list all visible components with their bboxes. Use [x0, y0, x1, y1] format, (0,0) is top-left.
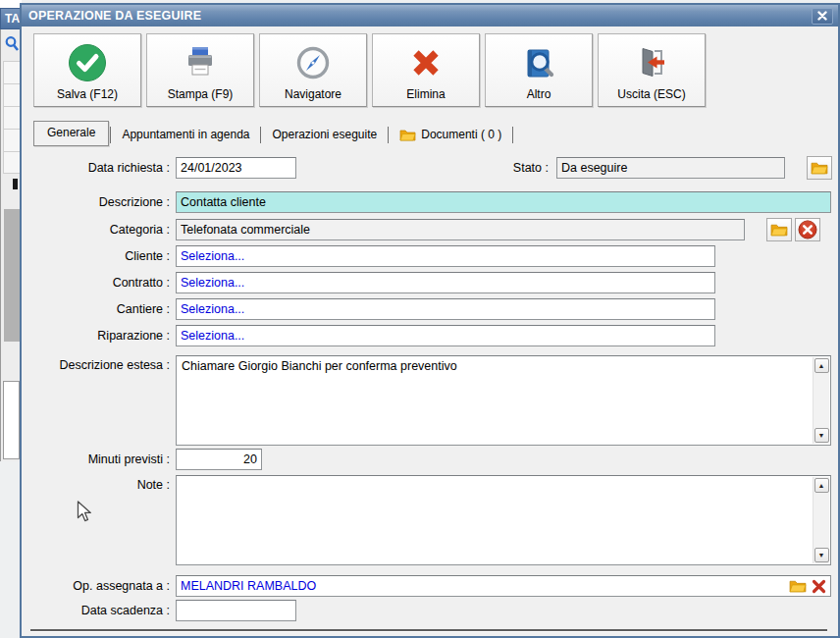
navigator-button-label: Navigatore	[285, 87, 341, 101]
contratto-label: Contratto :	[22, 276, 176, 290]
stato-label: Stato :	[296, 161, 556, 175]
tab-strip: Generale Appuntamenti in agenda Operazio…	[33, 123, 514, 146]
folder-icon[interactable]	[789, 579, 807, 593]
folder-icon	[811, 161, 828, 175]
save-check-icon	[68, 43, 107, 82]
book-magnifier-icon	[519, 43, 558, 82]
red-circle-x-icon	[798, 220, 817, 239]
exit-door-icon	[632, 43, 671, 82]
data-richiesta-input[interactable]	[176, 157, 296, 179]
row-data-richiesta: Data richiesta : Stato :	[22, 157, 832, 179]
screen: TA OPERAZIONE DA ESEGUIRE	[0, 0, 840, 638]
descrizione-input[interactable]	[176, 191, 831, 213]
delete-x-icon	[406, 43, 446, 82]
row-categoria: Categoria :	[22, 219, 820, 240]
other-button-label: Altro	[527, 87, 551, 101]
tab-separator	[110, 127, 111, 143]
operazione-dialog: OPERAZIONE DA ESEGUIRE Salva (F12) Stamp…	[20, 3, 840, 638]
exit-button[interactable]: Uscita (ESC)	[598, 33, 706, 107]
scroll-up-icon[interactable]: ▲	[814, 358, 829, 373]
row-descrizione-estesa: Descrizione estesa : Chiamare Giorgio Bi…	[22, 355, 831, 446]
background-window-titlebar: TA	[0, 8, 22, 29]
navigator-button[interactable]: Navigatore	[259, 33, 367, 107]
desktop-corner	[0, 0, 22, 8]
tab-generale-label: Generale	[47, 126, 95, 139]
data-scadenza-input[interactable]	[176, 600, 296, 621]
descrizione-estesa-textarea[interactable]: Chiamare Giorgio Bianchi per conferma pr…	[176, 355, 831, 446]
folder-icon	[399, 129, 416, 141]
scroll-down-icon[interactable]: ▼	[814, 428, 829, 443]
background-table-fragment	[3, 61, 21, 174]
background-window-title: TA	[5, 12, 20, 26]
save-button[interactable]: Salva (F12)	[33, 33, 141, 107]
folder-icon	[770, 223, 788, 237]
row-note: Note : ▲ ▼	[22, 475, 831, 565]
tab-generale[interactable]: Generale	[33, 121, 109, 146]
close-icon	[817, 11, 827, 21]
note-scrollbar[interactable]: ▲ ▼	[813, 477, 829, 563]
tab-appuntamenti[interactable]: Appuntamenti in agenda	[112, 124, 259, 146]
riparazione-input[interactable]	[176, 325, 715, 346]
scroll-up-icon[interactable]: ▲	[814, 478, 829, 493]
row-cantiere: Cantiere :	[22, 298, 715, 320]
row-riparazione: Riparazione :	[22, 325, 715, 346]
stato-folder-button[interactable]	[807, 156, 832, 180]
stato-input[interactable]	[556, 157, 785, 179]
row-op-assegnata: Op. assegnata a : MELANDRI RAMBALDO	[22, 575, 831, 597]
categoria-clear-button[interactable]	[795, 218, 820, 241]
data-richiesta-label: Data richiesta :	[22, 161, 176, 175]
tab-documenti-label: Documenti ( 0 )	[421, 128, 501, 141]
row-minuti-previsti: Minuti previsti :	[22, 449, 262, 470]
cantiere-label: Cantiere :	[22, 302, 176, 316]
op-assegnata-field[interactable]: MELANDRI RAMBALDO	[176, 575, 831, 597]
compass-icon	[293, 43, 333, 82]
tab-operazioni-eseguite[interactable]: Operazioni eseguite	[262, 124, 387, 146]
cliente-input[interactable]	[176, 245, 715, 267]
tab-documenti[interactable]: Documenti ( 0 )	[390, 124, 511, 146]
panel-bottom-divider	[30, 629, 827, 631]
dialog-titlebar: OPERAZIONE DA ESEGUIRE	[22, 5, 838, 27]
note-text	[182, 479, 809, 561]
categoria-folder-button[interactable]	[766, 218, 792, 241]
print-button-label: Stampa (F9)	[168, 87, 234, 101]
row-data-scadenza: Data scadenza :	[22, 600, 296, 621]
riparazione-label: Riparazione :	[22, 329, 176, 343]
other-button[interactable]: Altro	[485, 33, 593, 107]
print-button[interactable]: Stampa (F9)	[146, 33, 254, 107]
background-row-marker	[13, 179, 18, 189]
tab-separator	[388, 127, 389, 143]
op-assegnata-value: MELANDRI RAMBALDO	[181, 579, 784, 593]
tab-appuntamenti-label: Appuntamenti in agenda	[122, 128, 249, 141]
row-cliente: Cliente :	[22, 245, 715, 267]
tab-separator	[260, 127, 261, 143]
scroll-down-icon[interactable]: ▼	[814, 548, 829, 562]
dialog-toolbar: Salva (F12) Stampa (F9) Navigatore Elimi…	[33, 33, 706, 107]
tab-separator	[512, 127, 513, 143]
save-button-label: Salva (F12)	[57, 87, 118, 101]
printer-icon	[181, 43, 220, 82]
note-label: Note :	[22, 475, 176, 492]
op-assegnata-label: Op. assegnata a :	[22, 579, 176, 593]
minuti-previsti-label: Minuti previsti :	[22, 452, 176, 466]
descrizione-estesa-label: Descrizione estesa :	[22, 355, 176, 372]
clear-x-icon[interactable]	[812, 579, 826, 594]
tab-operazioni-label: Operazioni eseguite	[272, 128, 377, 141]
descrizione-estesa-scrollbar[interactable]: ▲ ▼	[813, 357, 829, 444]
background-selection-fragment	[4, 209, 20, 342]
exit-button-label: Uscita (ESC)	[617, 87, 685, 101]
dialog-title: OPERAZIONE DA ESEGUIRE	[28, 9, 201, 23]
categoria-input[interactable]	[176, 219, 745, 240]
background-window: TA	[0, 8, 22, 461]
descrizione-label: Descrizione :	[22, 195, 176, 209]
note-textarea[interactable]: ▲ ▼	[176, 475, 831, 565]
close-button[interactable]	[812, 8, 833, 25]
cliente-label: Cliente :	[22, 249, 176, 263]
cantiere-input[interactable]	[176, 298, 715, 320]
delete-button[interactable]: Elimina	[372, 33, 480, 107]
minuti-previsti-input[interactable]	[176, 449, 262, 470]
row-contratto: Contratto :	[22, 272, 715, 293]
contratto-input[interactable]	[176, 272, 715, 293]
delete-button-label: Elimina	[406, 87, 445, 101]
data-scadenza-label: Data scadenza :	[22, 604, 176, 617]
categoria-label: Categoria :	[22, 223, 176, 237]
